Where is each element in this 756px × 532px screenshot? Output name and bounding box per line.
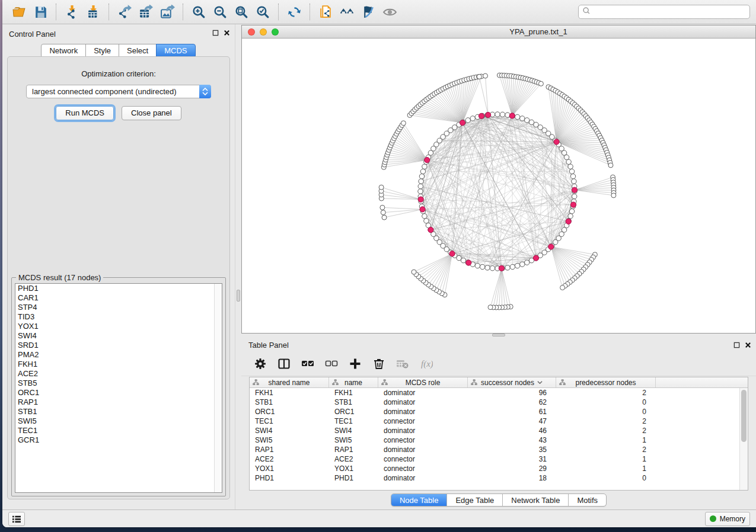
mcds-result-item[interactable]: GCR1 [15, 435, 222, 445]
cell-successor-nodes[interactable]: 62 [468, 398, 556, 406]
cell-successor-nodes[interactable]: 18 [468, 474, 556, 482]
mcds-node[interactable] [460, 120, 465, 126]
cell-name[interactable]: PHD1 [329, 474, 378, 482]
cell-successor-nodes[interactable]: 47 [468, 417, 556, 425]
table-settings-button[interactable] [251, 355, 270, 373]
network-node[interactable] [570, 174, 575, 178]
network-node[interactable] [520, 116, 525, 121]
cell-predecessor-nodes[interactable]: 0 [556, 408, 656, 416]
cell-shared-name[interactable]: ACE2 [250, 455, 329, 463]
leaf-node[interactable] [401, 121, 406, 126]
close-control-panel-button[interactable] [224, 29, 230, 38]
mcds-result-item[interactable]: ORC1 [15, 388, 222, 398]
mcds-node[interactable] [566, 219, 571, 224]
leaf-node[interactable] [477, 74, 481, 79]
column-header-MCDS-role[interactable]: MCDS role [378, 377, 468, 387]
mcds-node[interactable] [428, 227, 433, 232]
network-node[interactable] [505, 265, 510, 270]
tab-network-table[interactable]: Network Table [502, 494, 568, 506]
cell-MCDS-role[interactable]: dominator [378, 398, 468, 406]
window-maximize-icon[interactable] [272, 28, 279, 36]
memory-button[interactable]: Memory [705, 512, 750, 526]
table-row[interactable]: SWI5SWI5connector431 [250, 435, 739, 445]
float-control-panel-button[interactable] [212, 29, 219, 38]
leaf-node[interactable] [611, 193, 616, 198]
cell-MCDS-role[interactable]: connector [378, 417, 468, 425]
mcds-node[interactable] [533, 255, 538, 261]
column-header-predecessor-nodes[interactable]: predecessor nodes [556, 377, 656, 387]
cell-MCDS-role[interactable]: connector [378, 464, 468, 473]
table-scrollbar[interactable] [739, 388, 748, 490]
cell-predecessor-nodes[interactable]: 1 [556, 455, 656, 463]
mcds-result-item[interactable]: CAR1 [15, 293, 222, 303]
cell-shared-name[interactable]: TEC1 [250, 417, 329, 425]
zoom-in-button[interactable] [188, 2, 209, 22]
network-node[interactable] [420, 169, 425, 174]
mcds-node[interactable] [486, 112, 491, 117]
save-session-button[interactable] [30, 2, 51, 22]
table-row[interactable]: FKH1FKH1dominator962 [250, 388, 739, 398]
cell-shared-name[interactable]: YOX1 [250, 464, 329, 473]
import-network-button[interactable] [61, 2, 82, 22]
cell-predecessor-nodes[interactable]: 2 [556, 427, 656, 435]
tab-motifs[interactable]: Motifs [568, 494, 606, 506]
leaf-node[interactable] [381, 210, 385, 215]
network-node[interactable] [564, 155, 569, 159]
network-node[interactable] [418, 189, 423, 194]
table-row[interactable]: TEC1TEC1connector472 [250, 416, 739, 426]
search-input[interactable] [593, 8, 746, 16]
leaf-node[interactable] [380, 205, 385, 210]
cell-predecessor-nodes[interactable]: 0 [556, 474, 656, 482]
cell-MCDS-role[interactable]: connector [378, 455, 468, 463]
cell-shared-name[interactable]: SWI5 [250, 436, 329, 444]
network-canvas[interactable] [242, 39, 755, 333]
mcds-node[interactable] [572, 187, 577, 193]
hide-graphics-details-button[interactable] [358, 2, 379, 22]
cell-predecessor-nodes[interactable]: 0 [556, 398, 656, 406]
mcds-node[interactable] [570, 202, 576, 207]
cell-shared-name[interactable]: FKH1 [250, 389, 329, 397]
network-node[interactable] [495, 112, 500, 117]
mcds-node[interactable] [479, 113, 484, 118]
cell-successor-nodes[interactable]: 96 [468, 389, 556, 397]
cell-name[interactable]: STB1 [329, 398, 378, 406]
tab-node-table[interactable]: Node Table [391, 494, 447, 506]
table-row[interactable]: ACE2ACE2connector311 [250, 454, 739, 464]
network-node[interactable] [475, 263, 480, 268]
column-header-successor-nodes[interactable]: successor nodes [468, 377, 556, 387]
cell-shared-name[interactable]: PHD1 [250, 474, 329, 482]
search-box[interactable] [578, 5, 750, 19]
leaf-node[interactable] [488, 305, 493, 310]
network-node[interactable] [500, 112, 505, 117]
network-node[interactable] [568, 164, 573, 169]
window-close-icon[interactable] [248, 28, 255, 36]
mcds-result-item[interactable]: SWI5 [15, 416, 222, 426]
deselect-all-rows-button[interactable] [322, 355, 341, 373]
network-node[interactable] [525, 260, 529, 265]
mcds-result-item[interactable]: STB1 [15, 407, 222, 416]
network-node[interactable] [490, 266, 495, 271]
cell-name[interactable]: FKH1 [329, 389, 378, 397]
cell-name[interactable]: SWI4 [329, 427, 378, 435]
tab-edge-table[interactable]: Edge Table [446, 494, 502, 506]
mcds-node[interactable] [554, 139, 559, 145]
cell-name[interactable]: ACE2 [329, 455, 378, 463]
mcds-result-item[interactable]: SWI4 [15, 331, 222, 341]
zoom-fit-button[interactable] [231, 2, 252, 22]
mcds-result-item[interactable]: RAP1 [15, 398, 222, 407]
cell-successor-nodes[interactable]: 43 [468, 436, 556, 444]
cell-name[interactable]: YOX1 [329, 464, 378, 473]
cell-predecessor-nodes[interactable]: 1 [556, 436, 656, 444]
cell-successor-nodes[interactable]: 29 [468, 464, 556, 473]
leaf-node[interactable] [379, 185, 384, 190]
network-node[interactable] [572, 194, 577, 198]
add-column-button[interactable] [346, 355, 365, 373]
close-table-panel-button[interactable] [745, 340, 751, 351]
cell-successor-nodes[interactable]: 35 [468, 446, 556, 454]
mcds-result-item[interactable]: TID3 [15, 312, 222, 322]
network-node[interactable] [485, 265, 490, 270]
cell-successor-nodes[interactable]: 46 [468, 427, 556, 435]
mcds-result-item[interactable]: PHD1 [15, 284, 222, 293]
column-header-name[interactable]: name [329, 377, 378, 387]
cell-predecessor-nodes[interactable]: 2 [556, 446, 656, 454]
